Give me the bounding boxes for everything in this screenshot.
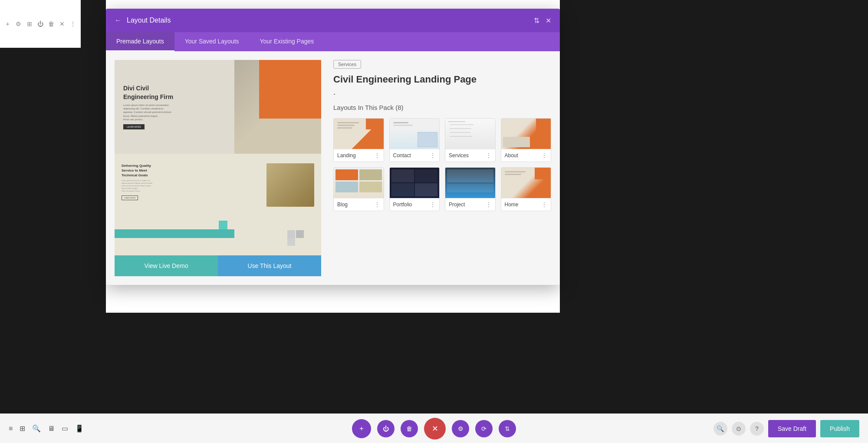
thumb-about[interactable]: About ⋮ [501, 118, 552, 162]
bottom-right-tools: 🔍 ⊙ ? Save Draft Publish [713, 420, 859, 437]
bottom-center-tools: + ⏻ 🗑 ✕ ⚙ ⟳ ⇅ [352, 418, 516, 440]
thumb-contact[interactable]: Contact ⋮ [389, 118, 440, 162]
hline1 [505, 171, 526, 172]
layout-icon[interactable]: ⊞ [25, 19, 33, 29]
mock-text-area: Delivering QualityService to MeetTechnic… [122, 163, 261, 207]
thumb-home-footer: Home ⋮ [501, 198, 551, 211]
modal-close-icon[interactable]: ✕ [546, 17, 551, 25]
thumb-project-menu[interactable]: ⋮ [486, 201, 492, 208]
close-icon[interactable]: ✕ [58, 19, 66, 29]
teal-accent [219, 221, 227, 229]
home-lines [505, 171, 526, 175]
bottom-search-icon[interactable]: 🔍 [32, 424, 41, 433]
bottom-grid-icon[interactable]: ⊞ [20, 424, 25, 433]
thumb-landing[interactable]: Landing ⋮ [333, 118, 384, 162]
mock-learn-more-2: LEARN MORE [122, 195, 138, 200]
mock-hero-subtitle: Lorem ipsum dolor sit amet consecteturad… [123, 103, 173, 122]
power-icon[interactable]: ⏻ [36, 19, 44, 29]
tab-saved[interactable]: Your Saved Layouts [174, 32, 250, 51]
thumb-contact-menu[interactable]: ⋮ [430, 152, 436, 159]
settings-button[interactable]: ⚙ [452, 420, 469, 437]
sort-button[interactable]: ⇅ [499, 420, 516, 437]
blog-img-4 [359, 182, 382, 192]
thumb-blog-menu[interactable]: ⋮ [374, 201, 380, 208]
mock-content-title: Delivering QualityService to MeetTechnic… [122, 163, 261, 178]
blog-img-2 [359, 169, 382, 180]
thumb-project-img [445, 168, 495, 198]
modal-header-right: ⇅ ✕ [534, 17, 551, 25]
bottom-menu-icon[interactable]: ≡ [9, 425, 13, 433]
thumb-services-menu[interactable]: ⋮ [486, 152, 492, 159]
thumb-about-menu[interactable]: ⋮ [541, 152, 547, 159]
thumb-home-menu[interactable]: ⋮ [541, 201, 547, 208]
thumb-blog-footer: Blog ⋮ [334, 198, 384, 211]
thumb-portfolio-menu[interactable]: ⋮ [430, 201, 436, 208]
layout-title: Civil Engineering Landing Page [333, 74, 551, 85]
thumb-services-name: Services [449, 152, 469, 159]
thumb-portfolio[interactable]: Portfolio ⋮ [389, 167, 440, 211]
bottom-monitor-icon[interactable]: 🖥 [48, 425, 55, 433]
mock-hero-title: Divi CivilEngineering Firm [123, 84, 173, 101]
thumb-contact-footer: Contact ⋮ [390, 149, 440, 162]
pf1 [391, 169, 414, 182]
bottom-mobile-icon[interactable]: 📱 [75, 424, 84, 433]
bottom-toolbar: ≡ ⊞ 🔍 🖥 ▭ 📱 + ⏻ 🗑 ✕ ⚙ ⟳ ⇅ 🔍 ⊙ ? Save Dra… [0, 413, 868, 443]
thumb-contact-img [390, 119, 440, 149]
layout-dot: . [333, 88, 551, 97]
thumb-blog[interactable]: Blog ⋮ [333, 167, 384, 211]
grey-block-2 [296, 230, 304, 238]
settings-icon[interactable]: ⚙ [14, 19, 23, 29]
about-img-block [503, 137, 530, 148]
sline2 [450, 124, 473, 125]
orange-accent [259, 60, 321, 119]
help-icon[interactable]: ? [750, 422, 764, 436]
thumb-home-name: Home [505, 202, 519, 208]
thumb-home[interactable]: Home ⋮ [501, 167, 552, 211]
preview-image: Divi CivilEngineering Firm Lorem ipsum d… [115, 60, 321, 255]
modal-body: Divi CivilEngineering Firm Lorem ipsum d… [106, 51, 560, 285]
mock-hero-text: Divi CivilEngineering Firm Lorem ipsum d… [115, 76, 182, 138]
trash-icon[interactable]: 🗑 [47, 19, 56, 29]
grey-block-3 [287, 238, 295, 246]
mock-content-body: Proin eget lorem ipsum. Curabitu vuc.ali… [122, 179, 261, 192]
hline2 [505, 174, 521, 175]
bottom-tablet-icon[interactable]: ▭ [62, 424, 68, 433]
thumb-about-img [501, 119, 551, 149]
line1 [337, 122, 359, 123]
thumb-services[interactable]: Services ⋮ [445, 118, 496, 162]
accessibility-icon[interactable]: ⊙ [732, 422, 746, 436]
search-circle-icon[interactable]: 🔍 [713, 422, 727, 436]
add-icon[interactable]: + [3, 19, 12, 29]
cline2 [393, 125, 413, 126]
view-demo-button[interactable]: View Live Demo [115, 255, 218, 276]
sort-icon[interactable]: ⇅ [534, 17, 539, 25]
thumb-services-footer: Services ⋮ [445, 149, 495, 162]
history-button[interactable]: ⟳ [475, 420, 493, 437]
thumb-project-name: Project [449, 202, 465, 208]
delete-button[interactable]: 🗑 [401, 420, 418, 437]
line2 [337, 125, 355, 126]
back-icon[interactable]: ← [115, 17, 122, 24]
top-toolbar: + ⚙ ⊞ ⏻ 🗑 ✕ ⋮ [0, 0, 81, 48]
grey-block-1 [287, 230, 295, 238]
cline1 [393, 122, 408, 123]
detail-section: Services Civil Engineering Landing Page … [321, 60, 551, 276]
thumb-landing-menu[interactable]: ⋮ [374, 152, 380, 159]
power-button[interactable]: ⏻ [377, 420, 395, 437]
thumb-blog-name: Blog [337, 202, 348, 208]
thumb-project[interactable]: Project ⋮ [445, 167, 496, 211]
blog-img-1 [335, 169, 358, 180]
tab-premade[interactable]: Premade Layouts [106, 32, 174, 51]
thumb-about-name: About [505, 152, 518, 159]
more-icon[interactable]: ⋮ [69, 19, 77, 29]
portfolio-grid [391, 169, 438, 196]
tab-existing[interactable]: Your Existing Pages [250, 32, 325, 51]
save-draft-button[interactable]: Save Draft [768, 420, 816, 437]
thumb-portfolio-name: Portfolio [393, 202, 412, 208]
use-layout-button[interactable]: Use This Layout [218, 255, 321, 276]
services-lines [448, 121, 475, 138]
publish-button[interactable]: Publish [820, 420, 859, 437]
add-module-button[interactable]: + [352, 419, 371, 438]
close-button[interactable]: ✕ [424, 418, 446, 440]
sline4 [450, 132, 470, 133]
